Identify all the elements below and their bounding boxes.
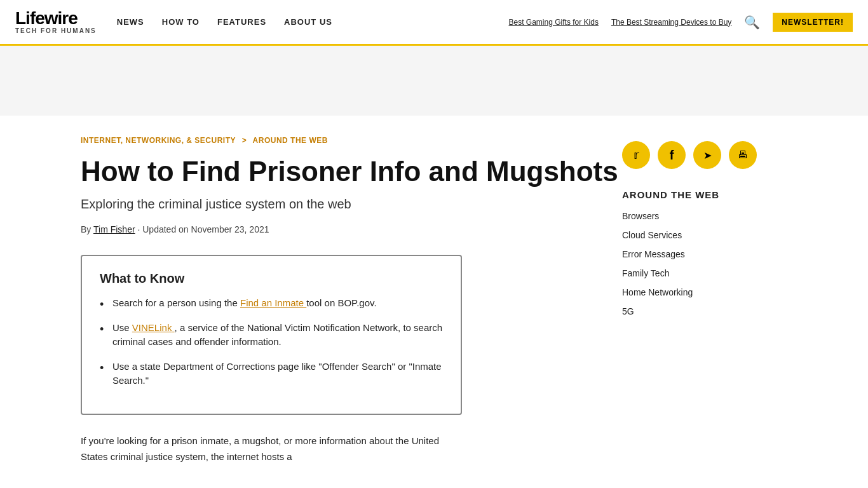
what-to-know-item-1: Search for a person using the Find an In… [100,296,443,311]
breadcrumb-current[interactable]: AROUND THE WEB [253,136,328,145]
breadcrumb: INTERNET, NETWORKING, & SECURITY > AROUN… [81,136,622,145]
article-body: If you're looking for a prison inmate, a… [81,433,462,465]
social-share-icons: 𝕣 f ➤ 🖶 [622,141,775,169]
article-title: How to Find Prisoner Info and Mugshots [81,156,622,187]
header-quick-links: Best Gaming Gifts for Kids The Best Stre… [509,18,732,27]
main-nav: NEWS HOW TO FEATURES ABOUT US [117,17,332,27]
site-header: Lifewire TECH FOR HUMANS NEWS HOW TO FEA… [0,0,868,46]
item3-text: Use a state Department of Corrections pa… [112,361,442,386]
updated-prefix: · Updated on [137,224,188,234]
quick-link-gaming[interactable]: Best Gaming Gifts for Kids [509,18,599,27]
item1-text-before: Search for a person using the [112,297,238,308]
newsletter-button[interactable]: NEWSLETTER! [773,13,853,32]
sidebar-links-list: Browsers Cloud Services Error Messages F… [622,210,775,317]
main-content: INTERNET, NETWORKING, & SECURITY > AROUN… [53,116,815,465]
sidebar-link-5g[interactable]: 5G [622,306,634,316]
search-button[interactable]: 🔍 [744,15,760,30]
author-link[interactable]: Tim Fisher [93,224,135,234]
sidebar-link-cloud[interactable]: Cloud Services [622,230,682,240]
sidebar-link-errors[interactable]: Error Messages [622,249,685,259]
ad-banner [0,46,868,116]
logo-text: Lifewire [15,10,97,27]
item2-text-before: Use [112,322,130,333]
what-to-know-item-2: Use VINELink , a service of the National… [100,321,443,349]
sidebar-item-cloud: Cloud Services [622,229,775,241]
search-icon: 🔍 [744,15,760,29]
author-prefix: By [81,224,91,234]
article-meta: By Tim Fisher · Updated on November 23, … [81,224,622,234]
what-to-know-item-3: Use a state Department of Corrections pa… [100,360,443,388]
telegram-icon: ➤ [703,149,712,161]
sidebar-item-errors: Error Messages [622,248,775,260]
article-subtitle: Exploring the criminal justice system on… [81,197,622,212]
find-inmate-link[interactable]: Find an Inmate [240,297,306,308]
what-to-know-list: Search for a person using the Find an In… [100,296,443,388]
sidebar-section-title: AROUND THE WEB [622,189,775,200]
sidebar-item-family: Family Tech [622,268,775,279]
article-body-paragraph: If you're looking for a prison inmate, a… [81,433,462,465]
updated-date: November 23, 2021 [191,224,269,234]
sidebar-link-browsers[interactable]: Browsers [622,211,659,221]
item1-text-after: tool on BOP.gov. [306,297,376,308]
nav-item-aboutus[interactable]: ABOUT US [284,17,332,27]
article-area: INTERNET, NETWORKING, & SECURITY > AROUN… [68,116,622,465]
twitter-icon: 𝕣 [634,148,639,162]
telegram-share-button[interactable]: ➤ [693,141,721,169]
sidebar-link-home-networking[interactable]: Home Networking [622,287,693,297]
breadcrumb-separator: > [242,136,247,145]
facebook-share-button[interactable]: f [658,141,686,169]
nav-item-howto[interactable]: HOW TO [162,17,200,27]
nav-item-news[interactable]: NEWS [117,17,144,27]
print-button[interactable]: 🖶 [729,141,757,169]
what-to-know-title: What to Know [100,271,443,286]
sidebar-item-home-networking: Home Networking [622,287,775,298]
nav-item-features[interactable]: FEATURES [217,17,266,27]
logo-tagline: TECH FOR HUMANS [15,27,97,34]
site-logo[interactable]: Lifewire TECH FOR HUMANS [15,10,97,34]
sidebar-link-family[interactable]: Family Tech [622,268,669,278]
twitter-share-button[interactable]: 𝕣 [622,141,650,169]
vinelink-link[interactable]: VINELink [132,322,175,333]
sidebar-item-5g: 5G [622,306,775,317]
breadcrumb-parent[interactable]: INTERNET, NETWORKING, & SECURITY [81,136,236,145]
what-to-know-box: What to Know Search for a person using t… [81,255,462,415]
header-right: Best Gaming Gifts for Kids The Best Stre… [509,13,853,32]
print-icon: 🖶 [738,149,748,161]
sidebar-item-browsers: Browsers [622,210,775,222]
facebook-icon: f [670,148,674,163]
quick-link-streaming[interactable]: The Best Streaming Devices to Buy [611,18,731,27]
sidebar: 𝕣 f ➤ 🖶 AROUND THE WEB Browsers Cloud Se… [622,116,800,465]
